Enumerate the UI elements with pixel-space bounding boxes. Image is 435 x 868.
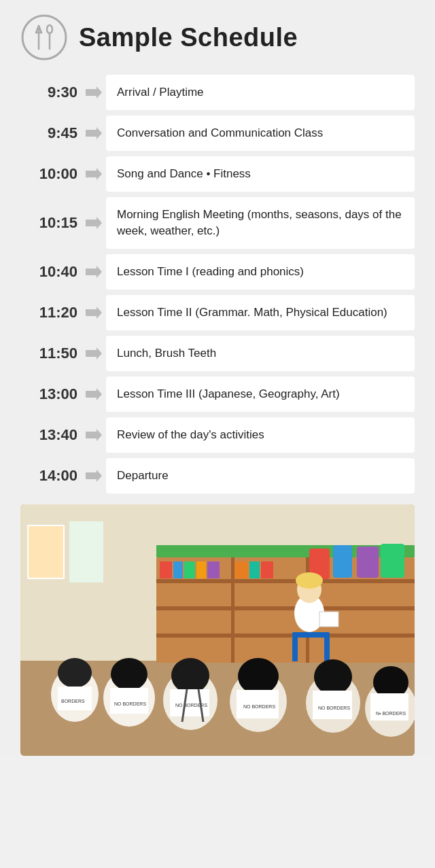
- activity-label: Lesson Time III (Japanese, Geography, Ar…: [106, 377, 415, 412]
- arrow-icon: [82, 428, 106, 442]
- activity-label: Lesson Time II (Grammar. Math, Physical …: [106, 295, 415, 330]
- svg-rect-40: [29, 526, 63, 578]
- header: Sample Schedule: [20, 14, 415, 61]
- svg-rect-28: [173, 561, 183, 578]
- svg-rect-48: [319, 612, 338, 627]
- svg-rect-41: [69, 521, 103, 583]
- svg-marker-7: [86, 86, 102, 99]
- svg-marker-14: [86, 388, 102, 400]
- schedule-row: 10:15 Morning English Meeting (months, s…: [20, 197, 415, 249]
- svg-rect-23: [156, 606, 415, 610]
- svg-rect-29: [184, 561, 195, 578]
- svg-rect-42: [292, 632, 330, 638]
- svg-rect-44: [324, 638, 330, 661]
- svg-rect-43: [292, 638, 298, 661]
- svg-marker-11: [86, 266, 102, 278]
- svg-marker-9: [86, 168, 102, 180]
- svg-rect-54: [110, 688, 148, 714]
- schedule-row: 11:50 Lunch, Brush Teeth: [20, 336, 415, 371]
- svg-marker-10: [86, 217, 102, 229]
- time-label: 10:15: [20, 214, 82, 232]
- svg-text:NO BORDERS: NO BORDERS: [318, 706, 350, 710]
- activity-label: Lunch, Brush Teeth: [106, 336, 415, 371]
- svg-rect-30: [196, 561, 206, 578]
- svg-marker-16: [86, 470, 102, 482]
- time-label: 10:40: [20, 263, 82, 281]
- svg-rect-27: [160, 561, 172, 578]
- arrow-icon: [82, 126, 106, 141]
- schedule-row: 9:45 Conversation and Communication Clas…: [20, 116, 415, 151]
- schedule-row: 10:40 Lesson Time I (reading and phonics…: [20, 254, 415, 290]
- svg-point-62: [314, 659, 352, 695]
- svg-point-47: [296, 572, 323, 589]
- page-title: Sample Schedule: [79, 23, 298, 52]
- time-label: 10:00: [20, 165, 82, 183]
- svg-marker-15: [86, 429, 102, 441]
- svg-point-5: [47, 25, 52, 33]
- schedule-row: 9:30 Arrival / Playtime: [20, 75, 415, 110]
- svg-rect-66: [370, 693, 408, 721]
- schedule-row: 10:00 Song and Dance • Fitness: [20, 156, 415, 192]
- time-label: 9:30: [20, 84, 82, 101]
- svg-point-0: [22, 16, 66, 59]
- schedule-list: 9:30 Arrival / Playtime9:45 Conversation…: [20, 75, 415, 493]
- time-label: 14:00: [20, 467, 82, 485]
- time-label: 11:20: [20, 304, 82, 322]
- activity-label: Arrival / Playtime: [106, 75, 415, 110]
- svg-rect-24: [156, 633, 415, 638]
- arrow-icon: [82, 387, 106, 402]
- svg-marker-8: [86, 127, 102, 139]
- svg-text:NO BORDERS: NO BORDERS: [175, 703, 207, 708]
- svg-rect-38: [381, 544, 404, 578]
- arrow-icon: [82, 305, 106, 320]
- arrow-icon: [82, 468, 106, 483]
- time-label: 13:00: [20, 385, 82, 403]
- clock-icon: [20, 14, 68, 61]
- schedule-row: 13:00 Lesson Time III (Japanese, Geograp…: [20, 377, 415, 412]
- arrow-icon: [82, 215, 106, 230]
- svg-point-50: [58, 658, 92, 688]
- schedule-row: 11:20 Lesson Time II (Grammar. Math, Phy…: [20, 295, 415, 330]
- page-wrapper: Sample Schedule 9:30 Arrival / Playtime9…: [0, 0, 435, 756]
- svg-rect-32: [234, 561, 248, 578]
- activity-label: Departure: [106, 458, 415, 493]
- svg-text:NO BORDERS: NO BORDERS: [114, 701, 146, 706]
- activity-label: Review of the day's activities: [106, 417, 415, 453]
- schedule-row: 13:40 Review of the day's activities: [20, 417, 415, 453]
- svg-rect-31: [207, 561, 220, 578]
- arrow-icon: [82, 85, 106, 100]
- svg-text:BORDERS: BORDERS: [61, 699, 85, 704]
- activity-label: Conversation and Communication Class: [106, 116, 415, 151]
- arrow-icon: [82, 264, 106, 279]
- classroom-illustration: BORDERS NO BORDERS NO BORDERS NO BORDERS…: [20, 504, 415, 756]
- svg-point-56: [171, 658, 209, 693]
- svg-rect-33: [249, 561, 260, 578]
- activity-label: Lesson Time I (reading and phonics): [106, 254, 415, 290]
- activity-label: Song and Dance • Fitness: [106, 156, 415, 192]
- svg-rect-25: [231, 557, 234, 663]
- svg-rect-63: [313, 691, 352, 719]
- svg-text:N• BORDERS: N• BORDERS: [376, 711, 406, 716]
- arrow-icon: [82, 346, 106, 361]
- svg-marker-12: [86, 307, 102, 319]
- svg-rect-36: [333, 545, 352, 578]
- schedule-row: 14:00 Departure: [20, 458, 415, 493]
- classroom-photo-section: BORDERS NO BORDERS NO BORDERS NO BORDERS…: [20, 504, 415, 756]
- svg-rect-34: [261, 561, 273, 578]
- time-label: 13:40: [20, 426, 82, 444]
- svg-text:NO BORDERS: NO BORDERS: [243, 704, 275, 709]
- svg-point-59: [238, 658, 279, 695]
- svg-rect-37: [357, 546, 379, 578]
- svg-rect-22: [156, 579, 415, 583]
- svg-marker-13: [86, 347, 102, 360]
- time-label: 11:50: [20, 345, 82, 362]
- time-label: 9:45: [20, 124, 82, 142]
- arrow-icon: [82, 167, 106, 181]
- activity-label: Morning English Meeting (months, seasons…: [106, 197, 415, 249]
- svg-point-53: [111, 658, 147, 691]
